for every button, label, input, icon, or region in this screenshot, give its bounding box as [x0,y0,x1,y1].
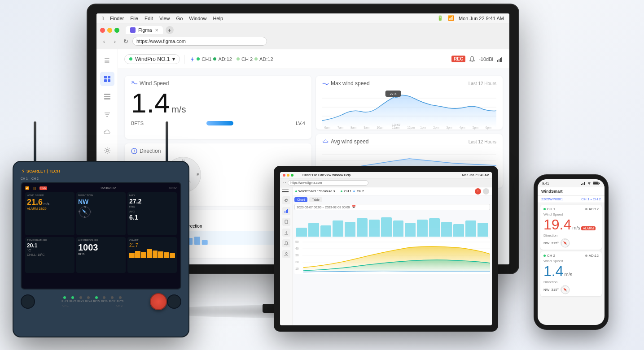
close-button[interactable] [100,28,105,33]
ch1-dir-label: Direction [543,233,599,238]
tablet-liveview[interactable] [282,196,290,204]
ch2-label: CH 2 [241,56,253,62]
tablet-hamburger[interactable] [282,189,290,194]
ch1-label: CH1 [202,56,211,62]
traffic-lights [100,28,119,33]
apple-menu[interactable]:  [102,16,104,21]
ch2-ad-value: AD:12 [589,254,599,258]
browser-tab-bar: Figma ✕ + [100,26,506,34]
address-input[interactable]: https://www.figma.com [132,37,267,46]
ch2-dir-value: NW [543,288,549,292]
sidebar-item-settings[interactable] [100,143,114,158]
sidebar-item-cloud[interactable] [100,125,114,140]
relay-7: RLY7 [109,296,116,302]
browser-tab[interactable]: Figma ✕ [126,26,163,34]
back-button[interactable]: ‹ [100,37,108,45]
tablet-tab-table[interactable]: Table [309,197,322,202]
svg-text:10: 10 [295,267,299,270]
edit-menu[interactable]: Edit [145,16,153,21]
tablet-bar-chart [294,212,490,237]
ch2-wind-value: 1.4 [543,264,563,278]
browser-address-bar: ‹ › ↻ https://www.figma.com [100,36,506,46]
forward-button[interactable]: › [111,37,119,45]
handheld-dir-value: NW [78,198,124,205]
relay-6-dot [103,296,105,299]
tablet-device[interactable] [282,218,290,226]
sidebar-hamburger[interactable]: ☰ [100,54,114,68]
tablet-ch1-label: CH 1 [344,190,351,193]
relay-1-label: RLY1 [61,300,68,302]
tablet-main-area: WindPro NO.1*measure ▾ CH 1 CH 2 ! [293,187,492,325]
tablet-date-picker[interactable]: 2023-02-07 00:00 ~ 2023-02-08 00:00 📅 [294,204,490,210]
ch1-status-dot [543,208,546,210]
finder-menu[interactable]: Finder [110,16,124,21]
handheld-power-button[interactable] [150,293,167,310]
handheld-mini-bars [129,249,175,258]
bar-3 [320,225,331,237]
handheld-chill: CHILL: 18°C [27,253,73,256]
tab-close-icon[interactable]: ✕ [155,28,158,33]
svg-text:8am: 8am [350,126,356,129]
device-selector[interactable]: WindPro NO.1 ▾ [124,54,180,64]
svg-point-10 [106,150,108,152]
ch2-ad-dot [254,57,258,60]
sidebar-item-table[interactable] [100,90,114,104]
svg-text:S: S [84,216,86,218]
svg-rect-61 [287,209,288,213]
tablet-member[interactable] [282,250,290,258]
maximize-button[interactable] [114,28,119,33]
ch1-ad: AD:12 [218,56,232,62]
svg-text:N: N [84,206,86,208]
dropdown-arrow: ▾ [172,56,175,62]
tablet-device-selector[interactable]: WindPro NO.1*measure ▾ [295,190,335,193]
svg-text:4pm: 4pm [460,126,465,130]
direction-title: Direction [131,148,305,154]
phone-ch1: CH 1 AD:12 Wind Speed 19.4 m/s ALARM Dir… [540,205,602,250]
ch2-ad-dot [585,255,587,257]
handheld-dark-btn-right[interactable] [167,294,181,309]
tablet-tab-chart[interactable]: Chart [294,197,307,202]
new-tab-button[interactable]: + [166,26,174,34]
hamburger-line [282,193,289,194]
ch2-name: CH 2 [547,254,555,258]
tablet-notification[interactable] [282,239,290,247]
sidebar-item-dashboard[interactable] [100,72,114,86]
tablet-screen: Finder File Edit View Window Help Mon Ja… [280,172,492,325]
handheld-temp-unit: °C [27,248,73,252]
tablet-frame: Finder File Edit View Window Help Mon Ja… [274,166,498,332]
tablet-app-layout: WindPro NO.1*measure ▾ CH 1 CH 2 ! [280,187,492,325]
ch2-id: CH 2 [543,254,555,258]
handheld-pressure-panel: AIR PRESSURE 1003 hPa [76,237,126,273]
hamburger-line [282,191,289,192]
tablet-chart-table[interactable] [282,207,290,215]
ch2-compass-svg [561,285,570,294]
help-menu[interactable]: Help [213,16,223,21]
max-wind-card: Max wind speed Last 12 Hours [316,76,503,130]
ch2-dir-label: Direction [543,280,599,284]
svg-point-58 [285,199,287,201]
signal-icon [497,56,503,62]
ch1-dot [197,57,200,60]
phone-device-id-bar: 2205WP0001 CH 1 • CH 2 [538,196,605,203]
reload-button[interactable]: ↻ [122,37,130,45]
handheld-dark-btn-left[interactable] [21,294,35,309]
svg-text:11am: 11am [392,126,399,129]
wifi-icon: 📶 [448,15,454,21]
go-menu[interactable]: Go [176,16,183,21]
sidebar-item-filter[interactable] [100,108,114,122]
view-menu[interactable]: View [159,16,170,21]
tablet-download[interactable] [282,229,290,237]
file-menu[interactable]: File [130,16,138,21]
relay-ch2-label: CH 2 [116,304,123,307]
window-menu[interactable]: Window [189,16,206,21]
device-name: WindPro NO.1 [135,56,170,62]
svg-text:20: 20 [295,260,299,264]
bar-6 [357,218,368,237]
handheld-wifi: 📶 [25,186,29,190]
bell-icon[interactable] [469,56,475,62]
handheld-pressure-value: 1003 [78,243,124,252]
relay-5-dot [95,296,98,299]
ch2-status-dot [543,255,546,257]
handheld-dir-panel: DIRECTION NW N S E W [76,192,126,235]
minimize-button[interactable] [107,28,112,33]
